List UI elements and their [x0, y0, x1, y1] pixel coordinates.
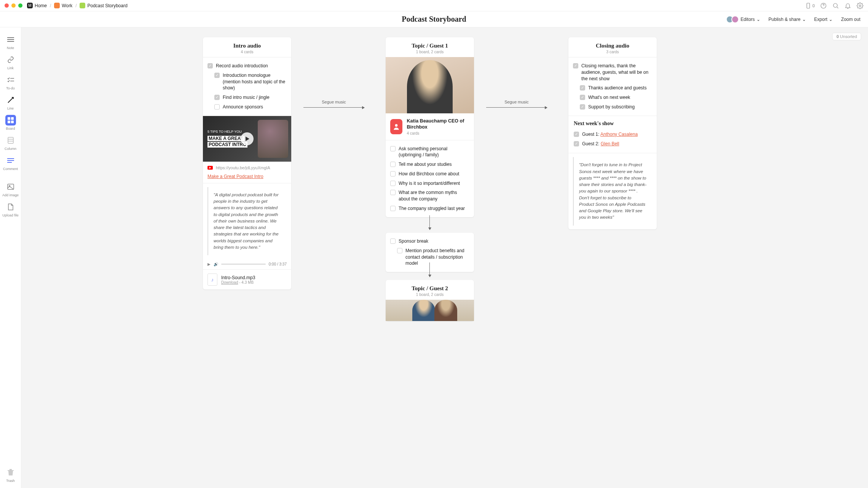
card-video[interactable]: 5 TIPS TO HELP YOU MAKE A GREAT PODCAST …: [203, 116, 291, 183]
svg-rect-6: [8, 121, 10, 123]
tool-add-image[interactable]: Add image: [2, 180, 19, 199]
tool-board[interactable]: Board: [2, 113, 19, 132]
breadcrumb-current[interactable]: Podcast Storyboard: [80, 3, 127, 8]
play-icon[interactable]: ▶: [207, 262, 211, 266]
guest-name: Katia Beauchamp CEO of Birchbox: [407, 118, 469, 130]
person-icon: [390, 119, 402, 134]
task-row[interactable]: Support by subscribing: [580, 102, 652, 112]
connector-right: Segue music: [486, 100, 547, 108]
task-row[interactable]: The company struggled last year: [390, 204, 469, 213]
task-row[interactable]: Tell me about your studies: [390, 160, 469, 169]
tool-comment[interactable]: Comment: [2, 154, 19, 172]
task-row[interactable]: Closing remarks, thank the audience, gue…: [573, 61, 652, 83]
breadcrumb-home[interactable]: M Home: [27, 3, 47, 8]
checkbox-icon[interactable]: [390, 190, 396, 195]
video-line: MAKE A GREAT: [207, 136, 244, 141]
editors-button[interactable]: Editors ⌄: [726, 16, 760, 23]
column-intro-audio[interactable]: Intro audio 4 cards Record audio introdu…: [203, 37, 291, 289]
header-actions: Editors ⌄ Publish & share ⌄ Export ⌄ Zoo…: [726, 16, 860, 23]
search-icon[interactable]: [832, 2, 839, 9]
task-row[interactable]: What are the common myths about the comp…: [390, 188, 469, 204]
checkbox-icon[interactable]: [397, 248, 402, 253]
checkbox-icon[interactable]: [573, 63, 578, 68]
task-row[interactable]: Mention product benefits and contact det…: [397, 246, 469, 268]
export-button[interactable]: Export ⌄: [814, 17, 833, 22]
task-label: Why is it so important/different: [399, 180, 460, 187]
task-row[interactable]: Why is it so important/different: [390, 179, 469, 188]
task-row[interactable]: Sponsor break: [390, 237, 469, 246]
task-row[interactable]: How did Birchbox come about: [390, 169, 469, 179]
volume-icon[interactable]: 🔊: [214, 262, 218, 266]
checkbox-icon[interactable]: [580, 104, 585, 110]
guest-link[interactable]: Glen Bell: [601, 141, 619, 146]
tool-upload[interactable]: Upload file: [2, 200, 19, 219]
publish-button[interactable]: Publish & share ⌄: [769, 17, 806, 22]
bell-icon[interactable]: [844, 2, 851, 9]
arrow-down-icon: [429, 215, 430, 230]
file-icon: [5, 202, 16, 212]
checkbox-icon[interactable]: [390, 181, 396, 186]
column-topic-guest-1[interactable]: Topic / Guest 1 1 board, 2 cards Katia B…: [386, 37, 474, 217]
checkbox-icon[interactable]: [214, 104, 220, 110]
tool-trash[interactable]: Trash: [2, 466, 19, 484]
help-icon[interactable]: [820, 2, 827, 9]
video-thumbnail[interactable]: 5 TIPS TO HELP YOU MAKE A GREAT PODCAST …: [203, 116, 291, 162]
card-next-week[interactable]: Next week's show Guest 1: Anthony Casale…: [568, 116, 657, 153]
close-window-icon[interactable]: [5, 3, 9, 8]
column-closing-audio[interactable]: Closing audio 3 cards Closing remarks, t…: [568, 37, 657, 229]
card-tasks[interactable]: Record audio introduction Introduction m…: [203, 57, 291, 116]
checkbox-icon[interactable]: [390, 238, 396, 244]
card-quote[interactable]: "A digital product podcast built for peo…: [203, 183, 291, 289]
tool-column[interactable]: Column: [2, 134, 19, 152]
video-title-link[interactable]: Make a Great Podcast Intro: [203, 174, 291, 183]
task-row[interactable]: Guest 1: Anthony Casalena: [574, 130, 651, 139]
checkbox-icon[interactable]: [580, 95, 585, 100]
svg-rect-0: [807, 3, 810, 8]
checkbox-icon[interactable]: [390, 162, 396, 167]
task-row[interactable]: Announce sponsors: [214, 102, 287, 112]
task-row[interactable]: Introduction monologue (mention hosts an…: [214, 71, 287, 93]
svg-point-11: [395, 124, 397, 127]
guest-link[interactable]: Anthony Casalena: [600, 132, 638, 137]
checkbox-icon[interactable]: [574, 132, 579, 137]
checkbox-icon[interactable]: [390, 206, 396, 211]
maximize-window-icon[interactable]: [18, 3, 22, 8]
audio-progress[interactable]: [221, 264, 266, 265]
task-label: Announce sponsors: [223, 104, 263, 110]
card-sponsor-break[interactable]: Sponsor break Mention product benefits a…: [386, 233, 474, 272]
card-closing-tasks[interactable]: Closing remarks, thank the audience, gue…: [568, 57, 657, 116]
audio-player[interactable]: ▶ 🔊 0:00 / 3:37: [203, 259, 291, 269]
gear-icon[interactable]: [857, 2, 863, 9]
play-icon[interactable]: [241, 132, 254, 145]
checkbox-icon[interactable]: [214, 95, 220, 100]
task-row[interactable]: Record audio introduction: [207, 61, 287, 71]
task-row[interactable]: Thanks audience and guests: [580, 83, 652, 93]
task-row[interactable]: Find intro music / jingle: [214, 93, 287, 102]
minimize-window-icon[interactable]: [11, 3, 16, 8]
card-questions[interactable]: Ask something personal (upbringing / fam…: [386, 140, 474, 217]
file-attachment[interactable]: ♪ Intro-Sound.mp3 Download - 4.3 MB: [203, 269, 291, 289]
unsorted-badge[interactable]: 0 Unsorted: [832, 33, 861, 40]
column-topic-guest-2[interactable]: Topic / Guest 2 1 board, 2 cards: [386, 280, 474, 321]
download-link[interactable]: Download: [221, 280, 238, 285]
breadcrumb-work[interactable]: Work: [54, 3, 72, 8]
zoom-out-button[interactable]: Zoom out: [841, 17, 860, 22]
card-closing-quote[interactable]: "Don't forget to tune in to Project Sono…: [568, 153, 657, 225]
checkbox-icon[interactable]: [574, 141, 579, 146]
checkbox-icon[interactable]: [207, 63, 213, 68]
checkbox-icon[interactable]: [580, 85, 585, 91]
tool-line[interactable]: Line: [2, 93, 19, 112]
checkbox-icon[interactable]: [214, 73, 220, 78]
video-overline: 5 TIPS TO HELP YOU: [207, 130, 247, 134]
task-row[interactable]: Guest 2: Glen Bell: [574, 139, 651, 149]
checkbox-icon[interactable]: [390, 171, 396, 176]
guest-card[interactable]: Katia Beauchamp CEO of Birchbox 4 cards: [386, 113, 474, 140]
task-row[interactable]: What's on next week: [580, 93, 652, 102]
tool-link[interactable]: Link: [2, 53, 19, 72]
tool-note[interactable]: Note: [2, 33, 19, 51]
device-indicator[interactable]: 0: [805, 2, 815, 9]
checkbox-icon[interactable]: [390, 146, 396, 151]
canvas[interactable]: 0 Unsorted Intro audio 4 cards Record au…: [21, 27, 868, 488]
tool-todo[interactable]: To-do: [2, 73, 19, 92]
task-row[interactable]: Ask something personal (upbringing / fam…: [390, 144, 469, 160]
